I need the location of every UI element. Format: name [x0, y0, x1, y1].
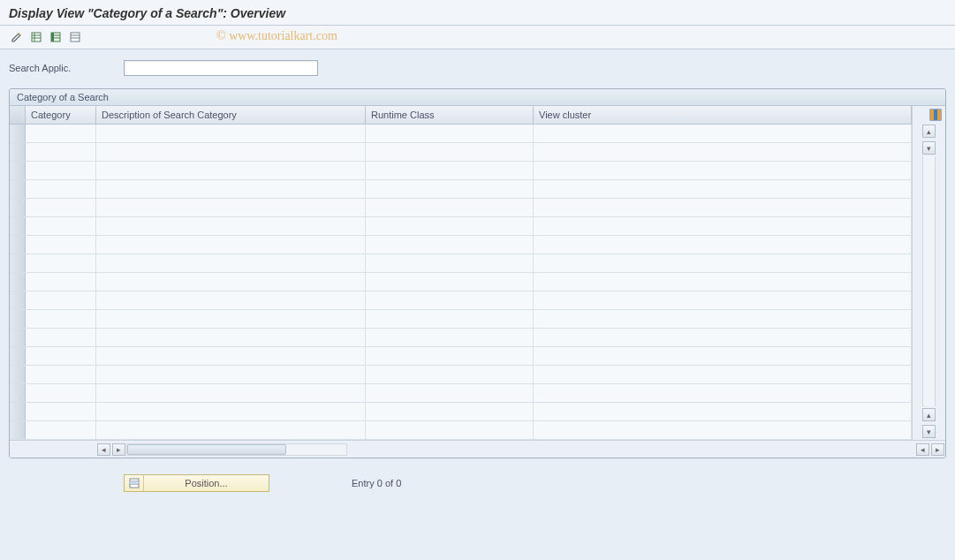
- cell[interactable]: [96, 291, 366, 309]
- cell[interactable]: [26, 217, 96, 235]
- cell[interactable]: [26, 180, 96, 198]
- row-selector[interactable]: [10, 273, 26, 291]
- cell[interactable]: [26, 347, 96, 365]
- cell[interactable]: [96, 199, 366, 216]
- cell[interactable]: [96, 236, 366, 254]
- cell[interactable]: [96, 403, 366, 420]
- cell[interactable]: [366, 254, 534, 272]
- col-header-category[interactable]: Category: [26, 106, 96, 124]
- cell[interactable]: [366, 347, 534, 365]
- cell[interactable]: [96, 180, 366, 198]
- cell[interactable]: [96, 254, 366, 272]
- horizontal-scroll-track[interactable]: [126, 443, 347, 456]
- table-block-icon[interactable]: [67, 29, 83, 45]
- cell[interactable]: [96, 366, 366, 383]
- cell[interactable]: [366, 291, 534, 309]
- cell[interactable]: [96, 273, 366, 291]
- cell[interactable]: [26, 366, 96, 383]
- col-header-view-cluster[interactable]: View cluster: [534, 106, 912, 124]
- cell[interactable]: [26, 143, 96, 161]
- cell[interactable]: [96, 310, 366, 328]
- cell[interactable]: [26, 236, 96, 254]
- cell[interactable]: [534, 125, 912, 142]
- cell[interactable]: [26, 254, 96, 272]
- cell[interactable]: [534, 384, 912, 402]
- row-selector[interactable]: [10, 329, 26, 346]
- scroll-up-end-button[interactable]: ▴: [922, 408, 936, 421]
- cell[interactable]: [534, 366, 912, 383]
- configure-columns-icon[interactable]: [928, 107, 944, 123]
- cell[interactable]: [534, 254, 912, 272]
- scroll-down-button[interactable]: ▾: [922, 425, 936, 438]
- cell[interactable]: [26, 199, 96, 216]
- row-selector[interactable]: [10, 384, 26, 402]
- cell[interactable]: [96, 143, 366, 161]
- cell[interactable]: [26, 403, 96, 420]
- table-select-icon[interactable]: [28, 29, 44, 45]
- row-selector[interactable]: [10, 162, 26, 179]
- cell[interactable]: [366, 199, 534, 216]
- cell[interactable]: [366, 384, 534, 402]
- col-header-description[interactable]: Description of Search Category: [96, 106, 366, 124]
- row-selector[interactable]: [10, 254, 26, 272]
- cell[interactable]: [534, 310, 912, 328]
- cell[interactable]: [366, 217, 534, 235]
- cell[interactable]: [96, 329, 366, 346]
- scroll-right-small-button[interactable]: ▸: [112, 443, 125, 456]
- row-selector[interactable]: [10, 347, 26, 365]
- cell[interactable]: [534, 421, 912, 439]
- cell[interactable]: [366, 366, 534, 383]
- search-applic-input[interactable]: [124, 60, 318, 76]
- table-deselect-icon[interactable]: [48, 29, 64, 45]
- cell[interactable]: [366, 273, 534, 291]
- row-selector[interactable]: [10, 180, 26, 198]
- cell[interactable]: [366, 125, 534, 142]
- col-header-runtime[interactable]: Runtime Class: [366, 106, 534, 124]
- row-selector[interactable]: [10, 421, 26, 439]
- row-selector[interactable]: [10, 217, 26, 235]
- row-selector-header[interactable]: [10, 106, 26, 124]
- cell[interactable]: [96, 162, 366, 179]
- cell[interactable]: [26, 291, 96, 309]
- cell[interactable]: [534, 199, 912, 216]
- cell[interactable]: [534, 291, 912, 309]
- cell[interactable]: [26, 310, 96, 328]
- cell[interactable]: [96, 421, 366, 439]
- cell[interactable]: [534, 180, 912, 198]
- cell[interactable]: [26, 125, 96, 142]
- cell[interactable]: [366, 421, 534, 439]
- cell[interactable]: [26, 384, 96, 402]
- cell[interactable]: [366, 329, 534, 346]
- row-selector[interactable]: [10, 199, 26, 216]
- row-selector[interactable]: [10, 366, 26, 383]
- row-selector[interactable]: [10, 291, 26, 309]
- cell[interactable]: [366, 236, 534, 254]
- row-selector[interactable]: [10, 236, 26, 254]
- cell[interactable]: [26, 329, 96, 346]
- cell[interactable]: [366, 310, 534, 328]
- row-selector[interactable]: [10, 143, 26, 161]
- cell[interactable]: [96, 125, 366, 142]
- cell[interactable]: [96, 384, 366, 402]
- cell[interactable]: [366, 143, 534, 161]
- cell[interactable]: [534, 162, 912, 179]
- pencil-icon[interactable]: [9, 29, 25, 45]
- position-button[interactable]: Position...: [124, 474, 269, 492]
- horizontal-scroll-thumb[interactable]: [127, 444, 286, 455]
- row-selector[interactable]: [10, 403, 26, 420]
- cell[interactable]: [534, 347, 912, 365]
- row-selector[interactable]: [10, 125, 26, 142]
- scroll-right-button[interactable]: ▸: [931, 443, 944, 456]
- cell[interactable]: [26, 273, 96, 291]
- cell[interactable]: [534, 217, 912, 235]
- cell[interactable]: [26, 162, 96, 179]
- scroll-down-small-button[interactable]: ▾: [922, 141, 936, 155]
- cell[interactable]: [366, 162, 534, 179]
- cell[interactable]: [26, 421, 96, 439]
- scroll-left-button[interactable]: ◂: [97, 443, 110, 456]
- vertical-scroll-track[interactable]: [922, 156, 936, 406]
- scroll-left-end-button[interactable]: ◂: [916, 443, 929, 456]
- cell[interactable]: [366, 180, 534, 198]
- cell[interactable]: [96, 347, 366, 365]
- cell[interactable]: [534, 329, 912, 346]
